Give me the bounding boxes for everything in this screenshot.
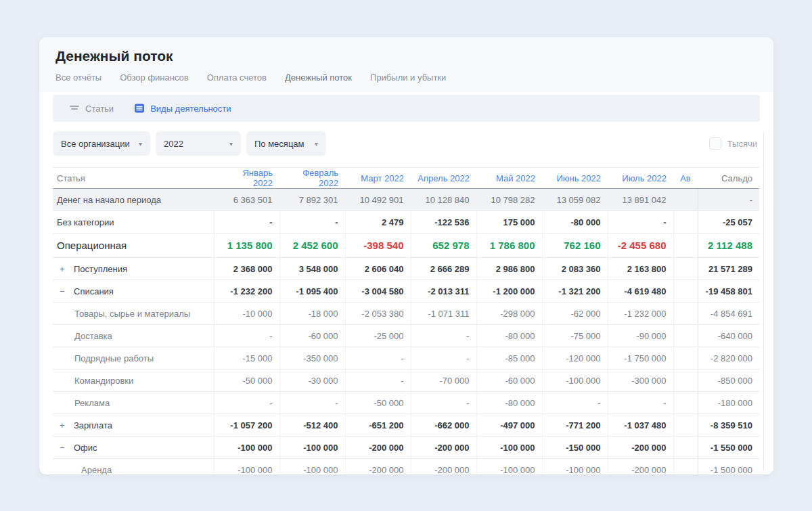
value-cell: -120 000	[542, 347, 608, 370]
august-cell	[673, 211, 698, 234]
col-february[interactable]: Февраль 2022	[279, 168, 345, 189]
col-saldo: Сальдо	[698, 168, 759, 189]
saldo-cell: -25 057	[698, 211, 759, 234]
row-label: Без категории	[53, 211, 214, 234]
value-cell: -85 000	[476, 347, 542, 370]
row-label: Операционная	[53, 234, 214, 258]
value-cell: -	[214, 325, 279, 347]
value-cell: 2 368 000	[214, 258, 279, 280]
col-may[interactable]: Май 2022	[476, 168, 542, 189]
row-label[interactable]: −Списания	[53, 280, 214, 303]
august-cell	[673, 437, 698, 459]
value-cell: 3 548 000	[279, 258, 345, 280]
august-cell	[673, 414, 698, 437]
value-cell: -50 000	[214, 370, 279, 392]
value-cell: 652 978	[411, 234, 476, 258]
row-label-text: Зарплата	[74, 420, 112, 430]
value-cell: -651 200	[345, 414, 411, 437]
col-april[interactable]: Апрель 2022	[411, 168, 476, 189]
value-cell: 10 492 901	[345, 189, 411, 211]
col-june[interactable]: Июнь 2022	[542, 168, 608, 189]
saldo-cell: 2 112 488	[698, 234, 759, 258]
saldo-cell: -2 820 000	[698, 347, 759, 370]
col-august-truncated[interactable]: Ав	[673, 168, 698, 189]
value-cell: 2 479	[345, 211, 411, 234]
row-label[interactable]: +Поступления	[53, 258, 214, 280]
value-cell: 2 986 800	[476, 258, 542, 280]
table-row: Товары, сырье и материалы-10 000-18 000-…	[53, 303, 759, 325]
value-cell: -	[279, 392, 345, 414]
period-select[interactable]: По месяцам ▾	[246, 131, 326, 156]
expand-icon[interactable]: +	[60, 420, 74, 430]
row-label[interactable]: +Зарплата	[53, 414, 214, 437]
col-march[interactable]: Март 2022	[345, 168, 411, 189]
row-label-text: Реклама	[74, 398, 110, 408]
value-cell: -10 000	[214, 303, 279, 325]
expand-icon[interactable]: +	[60, 264, 74, 274]
collapse-icon[interactable]: −	[60, 443, 74, 453]
august-cell	[673, 392, 698, 414]
row-label-text: Аренда	[81, 465, 112, 475]
tab-activity-types-label: Виды деятельности	[150, 104, 231, 114]
value-cell: -	[411, 325, 476, 347]
table-body: Денег на начало периода6 363 5017 892 30…	[53, 189, 759, 475]
value-cell: -30 000	[279, 370, 345, 392]
august-cell	[673, 459, 698, 475]
value-cell: -100 000	[279, 437, 345, 459]
year-select[interactable]: 2022 ▾	[156, 131, 241, 156]
value-cell: 6 363 501	[214, 189, 279, 211]
col-july[interactable]: Июль 2022	[608, 168, 673, 189]
report-nav: Все отчётыОбзор финансовОплата счетовДен…	[55, 72, 757, 83]
value-cell: -	[279, 211, 345, 234]
nav-item-4[interactable]: Прибыли и убытки	[370, 72, 446, 83]
nav-item-2[interactable]: Оплата счетов	[207, 72, 267, 83]
tab-articles[interactable]: Статьи	[69, 104, 114, 114]
value-cell: 13 891 042	[608, 189, 673, 211]
table-row: Операционная1 135 8002 452 600-398 54065…	[53, 234, 759, 258]
row-label-text: Командировки	[74, 376, 133, 386]
value-cell: -50 000	[345, 392, 411, 414]
value-cell: -62 000	[542, 303, 608, 325]
tab-activity-types[interactable]: Виды деятельности	[134, 103, 231, 114]
row-label: Доставка	[53, 325, 214, 347]
saldo-cell: -180 000	[698, 392, 759, 414]
august-cell	[673, 258, 698, 280]
report-header: Денежный поток Все отчётыОбзор финансовО…	[39, 37, 773, 92]
row-label-text: Списания	[74, 286, 114, 296]
value-cell: -298 000	[476, 303, 542, 325]
row-label-text: Денег на начало периода	[57, 195, 161, 205]
chevron-down-icon: ▾	[229, 140, 233, 148]
august-cell	[673, 370, 698, 392]
value-cell: 1 786 800	[476, 234, 542, 258]
august-cell	[673, 347, 698, 370]
report-card: Денежный поток Все отчётыОбзор финансовО…	[39, 37, 773, 474]
pinned-column-divider	[763, 132, 764, 470]
value-cell: -18 000	[279, 303, 345, 325]
value-cell: -	[214, 211, 279, 234]
value-cell: -15 000	[214, 347, 279, 370]
value-cell: -100 000	[542, 459, 608, 475]
row-label-text: Без категории	[57, 217, 114, 227]
value-cell: -200 000	[411, 459, 476, 475]
value-cell: 2 452 600	[279, 234, 345, 258]
august-cell	[673, 280, 698, 303]
col-january[interactable]: Январь 2022	[214, 168, 279, 189]
organization-select[interactable]: Все организации ▾	[53, 131, 150, 156]
saldo-cell: -	[698, 189, 759, 211]
value-cell: -200 000	[345, 459, 411, 475]
nav-item-3[interactable]: Денежный поток	[285, 72, 352, 83]
value-cell: -100 000	[542, 370, 608, 392]
value-cell: -1 321 200	[542, 280, 608, 303]
row-label: Реклама	[53, 392, 214, 414]
value-cell: -	[608, 211, 673, 234]
value-cell: 175 000	[476, 211, 542, 234]
row-label[interactable]: −Офис	[53, 437, 214, 459]
nav-item-0[interactable]: Все отчёты	[55, 72, 102, 83]
collapse-icon[interactable]: −	[60, 286, 74, 296]
nav-item-1[interactable]: Обзор финансов	[120, 72, 189, 83]
value-cell: 10 128 840	[411, 189, 476, 211]
value-cell: -2 013 311	[411, 280, 476, 303]
thousands-checkbox[interactable]	[709, 137, 721, 150]
value-cell: -1 232 200	[214, 280, 279, 303]
cashflow-table-wrap: Статья Январь 2022 Февраль 2022 Март 202…	[53, 167, 760, 474]
